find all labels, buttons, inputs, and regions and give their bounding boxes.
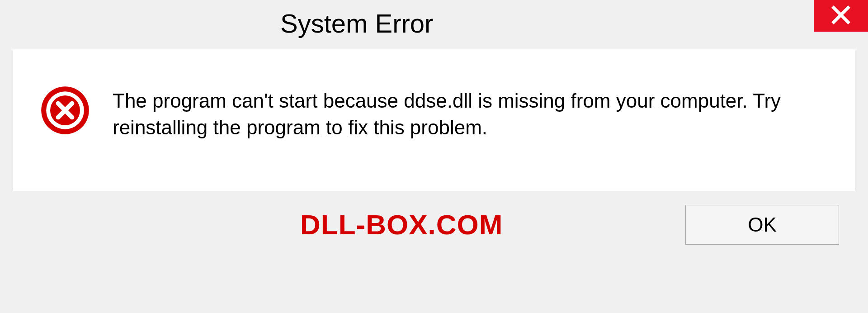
error-message: The program can't start because ddse.dll… — [113, 85, 828, 141]
error-icon — [40, 85, 90, 135]
close-button[interactable] — [814, 0, 868, 32]
error-dialog-window: System Error The program can't start bec… — [0, 0, 868, 313]
ok-button[interactable]: OK — [685, 205, 839, 245]
brand-watermark: DLL-BOX.COM — [300, 209, 503, 241]
content-panel: The program can't start because ddse.dll… — [13, 49, 855, 191]
dialog-title: System Error — [280, 0, 433, 38]
close-icon — [830, 4, 852, 28]
title-bar: System Error — [0, 0, 868, 45]
footer-bar: DLL-BOX.COM OK — [0, 191, 868, 245]
